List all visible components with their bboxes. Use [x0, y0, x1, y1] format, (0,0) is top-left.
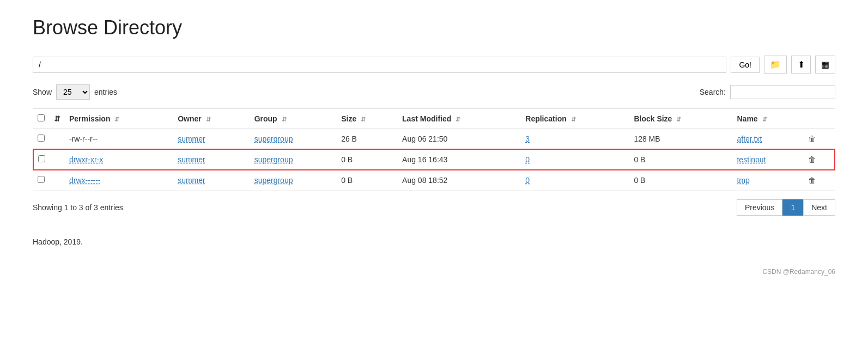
th-sort-icon[interactable]: ⇵: [50, 109, 65, 129]
row-replication: 0: [521, 170, 629, 191]
row-block-size: 0 B: [629, 149, 732, 170]
folder-icon-button[interactable]: 📁: [764, 56, 787, 74]
controls-row: Show 10 25 50 100 entries Search:: [33, 84, 835, 100]
entries-label: entries: [94, 88, 117, 96]
row-checkbox-cell: [33, 149, 50, 170]
owner-link[interactable]: summer: [178, 135, 205, 143]
row-owner: summer: [173, 129, 250, 150]
th-last-modified[interactable]: Last Modified ⇵: [398, 109, 521, 129]
search-input[interactable]: [730, 85, 835, 99]
group-link[interactable]: supergroup: [254, 176, 293, 185]
block-size-sort-icon: ⇵: [676, 116, 681, 123]
row-checkbox-cell: [33, 129, 50, 150]
page-1-button[interactable]: 1: [782, 199, 803, 216]
row-checkbox[interactable]: [38, 135, 45, 142]
row-owner: summer: [173, 149, 250, 170]
show-label: Show: [33, 88, 52, 96]
name-link[interactable]: tmp: [737, 176, 749, 185]
last-modified-sort-icon: ⇵: [456, 116, 460, 123]
row-replication: 0: [521, 149, 629, 170]
th-owner[interactable]: Owner ⇵: [173, 109, 250, 129]
sort-icon: ⇵: [54, 114, 60, 123]
upload-icon-button[interactable]: ⬆: [791, 56, 811, 74]
owner-sort-icon: ⇵: [206, 116, 211, 123]
row-delete-cell: 🗑: [804, 129, 835, 150]
permission-sort-icon: ⇵: [114, 116, 119, 123]
page-title: Browse Directory: [33, 16, 835, 39]
row-block-size: 128 MB: [629, 129, 732, 150]
th-block-size[interactable]: Block Size ⇵: [629, 109, 732, 129]
row-group: supergroup: [250, 149, 337, 170]
th-action: [804, 109, 835, 129]
row-checkbox[interactable]: [38, 155, 45, 162]
row-name: tmp: [732, 170, 804, 191]
row-sort-cell: [50, 170, 65, 191]
list-icon: ▦: [821, 59, 829, 70]
pagination: Previous 1 Next: [737, 199, 835, 216]
row-name: testinput: [732, 149, 804, 170]
watermark: CSDN @Redamancy_06: [33, 268, 835, 276]
permission-link[interactable]: drwx------: [69, 176, 101, 185]
replication-link[interactable]: 0: [525, 176, 530, 185]
row-delete-cell: 🗑: [804, 149, 835, 170]
entries-select[interactable]: 10 25 50 100: [56, 84, 90, 100]
footer-row: Showing 1 to 3 of 3 entries Previous 1 N…: [33, 199, 835, 216]
th-checkbox: [33, 109, 50, 129]
search-label: Search:: [700, 88, 726, 96]
row-replication: 3: [521, 129, 629, 150]
row-last-modified: Aug 06 21:50: [398, 129, 521, 150]
list-icon-button[interactable]: ▦: [815, 56, 835, 74]
row-sort-cell: [50, 129, 65, 150]
th-permission[interactable]: Permission ⇵: [65, 109, 173, 129]
replication-link[interactable]: 0: [525, 155, 530, 164]
previous-button[interactable]: Previous: [737, 199, 782, 216]
header-row: ⇵ Permission ⇵ Owner ⇵ Group ⇵ Size ⇵: [33, 109, 835, 129]
row-last-modified: Aug 16 16:43: [398, 149, 521, 170]
select-all-checkbox[interactable]: [38, 114, 45, 121]
footer-note: Hadoop, 2019.: [33, 237, 835, 246]
row-last-modified: Aug 08 18:52: [398, 170, 521, 191]
name-link[interactable]: testinput: [737, 155, 766, 164]
permission-link[interactable]: drwxr-xr-x: [69, 155, 103, 164]
th-group[interactable]: Group ⇵: [250, 109, 337, 129]
path-input[interactable]: [33, 57, 726, 73]
row-checkbox-cell: [33, 170, 50, 191]
row-owner: summer: [173, 170, 250, 191]
th-replication[interactable]: Replication ⇵: [521, 109, 629, 129]
th-name[interactable]: Name ⇵: [732, 109, 804, 129]
table-body: -rw-r--r--summersupergroup26 BAug 06 21:…: [33, 129, 835, 191]
show-entries: Show 10 25 50 100 entries: [33, 84, 117, 100]
name-sort-icon: ⇵: [762, 116, 767, 123]
row-name: after.txt: [732, 129, 804, 150]
row-group: supergroup: [250, 170, 337, 191]
table-row: -rw-r--r--summersupergroup26 BAug 06 21:…: [33, 129, 835, 150]
delete-icon[interactable]: 🗑: [808, 176, 816, 185]
row-permission: drwx------: [65, 170, 173, 191]
row-checkbox[interactable]: [38, 176, 45, 183]
row-group: supergroup: [250, 129, 337, 150]
showing-text: Showing 1 to 3 of 3 entries: [33, 203, 123, 212]
path-bar: Go! 📁 ⬆ ▦: [33, 56, 835, 74]
name-link[interactable]: after.txt: [737, 135, 762, 143]
th-size[interactable]: Size ⇵: [337, 109, 398, 129]
row-block-size: 0 B: [629, 170, 732, 191]
table-row: drwxr-xr-xsummersupergroup0 BAug 16 16:4…: [33, 149, 835, 170]
group-link[interactable]: supergroup: [254, 135, 293, 143]
owner-link[interactable]: summer: [178, 176, 205, 185]
size-sort-icon: ⇵: [361, 116, 366, 123]
replication-link[interactable]: 3: [525, 135, 530, 143]
next-button[interactable]: Next: [803, 199, 835, 216]
delete-icon[interactable]: 🗑: [808, 135, 816, 143]
row-size: 0 B: [337, 170, 398, 191]
table-header: ⇵ Permission ⇵ Owner ⇵ Group ⇵ Size ⇵: [33, 109, 835, 129]
group-sort-icon: ⇵: [282, 116, 287, 123]
delete-icon[interactable]: 🗑: [808, 155, 816, 164]
folder-icon: 📁: [770, 59, 781, 70]
group-link[interactable]: supergroup: [254, 155, 293, 164]
row-permission: drwxr-xr-x: [65, 149, 173, 170]
row-size: 0 B: [337, 149, 398, 170]
go-button[interactable]: Go!: [731, 57, 760, 73]
page-container: Browse Directory Go! 📁 ⬆ ▦ Show 10 25 50…: [0, 0, 868, 292]
owner-link[interactable]: summer: [178, 155, 205, 164]
directory-table: ⇵ Permission ⇵ Owner ⇵ Group ⇵ Size ⇵: [33, 108, 835, 191]
